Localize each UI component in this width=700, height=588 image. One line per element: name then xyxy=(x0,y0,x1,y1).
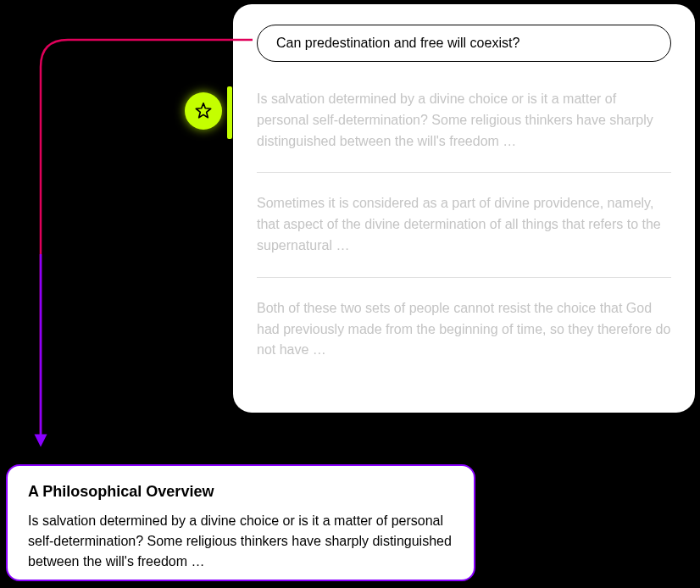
result-item[interactable]: Sometimes it is considered as a part of … xyxy=(257,193,671,277)
star-icon xyxy=(194,102,213,120)
detail-body: Is salvation determined by a divine choi… xyxy=(28,511,453,572)
result-item[interactable]: Both of these two sets of people cannot … xyxy=(257,298,671,361)
result-item[interactable]: Is salvation determined by a divine choi… xyxy=(257,89,671,173)
result-snippet: Sometimes it is considered as a part of … xyxy=(257,196,661,252)
detail-card[interactable]: A Philosophical Overview Is salvation de… xyxy=(6,464,475,581)
query-text: Can predestination and free will coexist… xyxy=(276,36,519,50)
star-badge xyxy=(185,92,222,130)
detail-title: A Philosophical Overview xyxy=(28,483,453,501)
highlight-bar xyxy=(227,86,232,139)
result-snippet: Both of these two sets of people cannot … xyxy=(257,301,670,358)
result-snippet: Is salvation determined by a divine choi… xyxy=(257,92,653,148)
results-card: Can predestination and free will coexist… xyxy=(233,4,695,413)
query-pill[interactable]: Can predestination and free will coexist… xyxy=(257,25,671,62)
